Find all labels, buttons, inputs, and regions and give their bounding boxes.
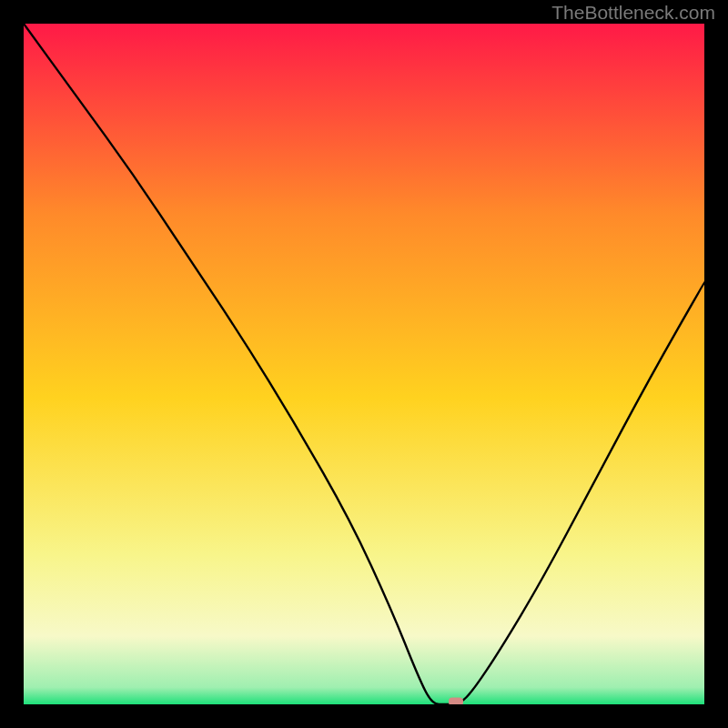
- chart-plot-area: [24, 24, 704, 704]
- optimal-marker: [449, 698, 463, 705]
- watermark-text: TheBottleneck.com: [551, 2, 715, 24]
- gradient-background: [24, 24, 704, 704]
- bottleneck-chart: [24, 24, 704, 704]
